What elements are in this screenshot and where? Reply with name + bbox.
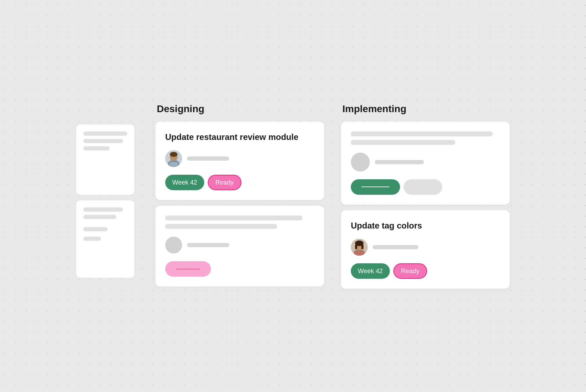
svg-rect-4 [169, 162, 178, 167]
card-avatar-row [351, 153, 500, 172]
tag-week-42[interactable]: Week 42 [351, 263, 390, 279]
skeleton-line [351, 131, 492, 136]
designing-cards-list: Update restaurant review module [155, 122, 324, 287]
skeleton-line [351, 140, 455, 145]
avatar-name-stub [375, 160, 424, 164]
left-partial-card-1 [76, 124, 134, 195]
skeleton-line [83, 146, 110, 150]
card-skeleton-2[interactable] [341, 122, 510, 205]
skeleton-line [83, 131, 127, 136]
card-tags-row [351, 179, 500, 195]
skeleton-line [165, 216, 302, 220]
tag-stub-gray [404, 179, 442, 195]
skeleton-line [83, 139, 123, 143]
avatar-placeholder [165, 237, 182, 253]
tag-ready[interactable]: Ready [208, 175, 242, 190]
avatar-placeholder [351, 153, 370, 172]
card-avatar-row [351, 239, 500, 256]
avatar [351, 239, 368, 256]
svg-point-3 [170, 152, 178, 157]
skeleton-title-group [351, 131, 500, 145]
avatar-name-stub [373, 245, 418, 249]
svg-rect-9 [355, 244, 357, 249]
main-layout: Designing Update restaurant review modul… [76, 103, 510, 289]
skeleton-title-group [165, 216, 314, 229]
implementing-cards-list: Update tag colors [341, 122, 510, 289]
skeleton-lines-group [83, 131, 127, 150]
svg-rect-11 [354, 251, 364, 256]
tag-week-42[interactable]: Week 42 [165, 175, 204, 190]
tag-stub-green [351, 179, 400, 195]
skeleton-line [83, 227, 108, 231]
avatar-name-stub [187, 156, 229, 161]
avatar-name-stub [187, 243, 229, 247]
card-update-tag-colors[interactable]: Update tag colors [341, 210, 510, 289]
implementing-column: Implementing [341, 103, 510, 289]
card-skeleton-1[interactable] [155, 206, 324, 287]
avatar [165, 150, 182, 167]
designing-column-header: Designing [155, 103, 324, 115]
implementing-column-header: Implementing [341, 103, 510, 115]
tag-stub-pink [165, 261, 211, 277]
card-title: Update restaurant review module [165, 131, 314, 142]
columns-container: Designing Update restaurant review modul… [155, 103, 510, 289]
skeleton-lines-group [83, 207, 127, 241]
card-avatar-row [165, 150, 314, 167]
tag-ready[interactable]: Ready [393, 263, 427, 279]
left-partial-panel [76, 124, 134, 278]
card-tags-row [165, 261, 314, 277]
card-avatar-row [165, 237, 314, 253]
skeleton-line [165, 224, 277, 229]
skeleton-line [83, 207, 123, 212]
skeleton-line [83, 237, 101, 241]
skeleton-line [83, 215, 116, 219]
svg-rect-10 [361, 244, 363, 249]
left-partial-card-2 [76, 200, 134, 278]
card-update-restaurant[interactable]: Update restaurant review module [155, 122, 324, 200]
designing-column: Designing Update restaurant review modul… [155, 103, 324, 287]
card-tags-row: Week 42 Ready [165, 175, 314, 190]
card-title: Update tag colors [351, 220, 500, 231]
card-tags-row: Week 42 Ready [351, 263, 500, 279]
